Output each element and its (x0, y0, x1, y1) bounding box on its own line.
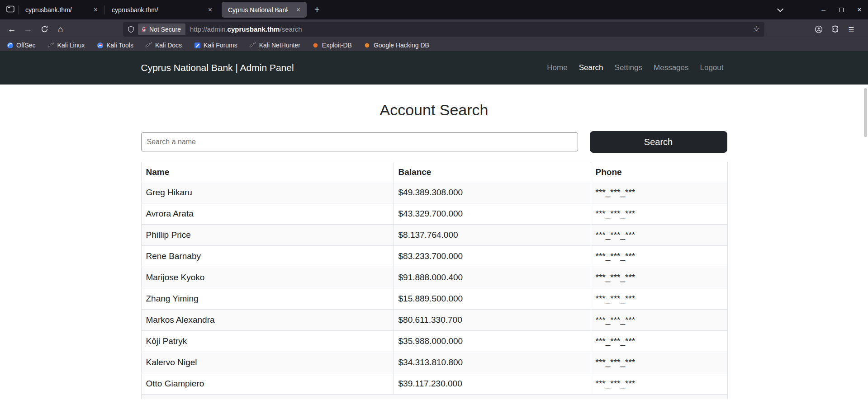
cell-name: Kōji Patryk (141, 331, 394, 352)
tab-close-icon[interactable]: × (92, 5, 100, 14)
back-button[interactable]: ← (4, 22, 20, 37)
exploit-db-icon (312, 42, 319, 49)
table-row: Zhang Yiming $15.889.500.000 ***_***_*** (141, 288, 727, 310)
url-bar[interactable]: Not Secure http://admin.cyprusbank.thm/s… (123, 22, 764, 37)
cell-phone: ***_***_*** (591, 246, 727, 267)
page-scrollbar-thumb[interactable] (864, 88, 867, 137)
cell-name: Avrora Arata (141, 203, 394, 225)
bookmark-star-icon[interactable]: ☆ (753, 24, 760, 34)
reload-button[interactable] (36, 22, 52, 37)
home-button[interactable]: ⌂ (52, 22, 69, 37)
tab-cyprus-national-bank-active[interactable]: Cyprus National Bank × (222, 2, 307, 18)
tabbar-right-controls: – × (777, 5, 868, 14)
cell-phone: ***_***_*** (591, 203, 727, 225)
site-header: Cyprus National Bank | Admin Panel Home … (0, 51, 868, 85)
search-button[interactable]: Search (590, 131, 727, 153)
cell-phone: ***_***_*** (591, 373, 727, 395)
not-secure-label: Not Secure (149, 26, 181, 33)
tab-close-icon[interactable]: × (294, 5, 302, 14)
tracking-protection-shield-icon[interactable] (128, 26, 134, 33)
bookmark-google-hacking-db[interactable]: Google Hacking DB (364, 42, 429, 49)
tab-title: cyprusbank.thm/ (25, 6, 85, 14)
window-close-button[interactable]: × (857, 5, 862, 14)
cell-balance: $80.611.330.700 (394, 310, 591, 331)
nav-search[interactable]: Search (575, 61, 607, 74)
menu-button[interactable]: ≡ (843, 22, 859, 37)
cell-phone: ***_***_*** (591, 331, 727, 352)
cell-balance: $91.888.000.400 (394, 267, 591, 288)
nav-home[interactable]: Home (543, 61, 571, 74)
ghdb-icon (364, 42, 371, 49)
cell-name: Greg Hikaru (141, 182, 394, 203)
browser-toolbar: ← → ⌂ Not Secure http://admin.cyprusbank… (0, 19, 868, 39)
cell-balance: $39.117.230.000 (394, 373, 591, 395)
tab-cyprusbank-1[interactable]: cyprusbank.thm/ × (19, 2, 104, 18)
broken-lock-icon (141, 26, 147, 33)
cell-name: Marijose Kyoko (141, 267, 394, 288)
bookmark-kali-linux[interactable]: Kali Linux (47, 42, 85, 49)
cell-name: Markos Alexandra (141, 310, 394, 331)
table-row: Kōji Patryk $35.988.000.000 ***_***_*** (141, 331, 727, 352)
not-secure-chip[interactable]: Not Secure (138, 24, 185, 35)
tab-close-icon[interactable]: × (206, 5, 214, 14)
search-input[interactable] (141, 132, 578, 151)
bookmark-kali-docs[interactable]: Kali Docs (145, 42, 182, 49)
site-brand: Cyprus National Bank | Admin Panel (141, 62, 294, 73)
tab-separator (18, 5, 19, 14)
site-nav: Home Search Settings Messages Logout (543, 61, 727, 74)
new-tab-button[interactable]: + (310, 4, 324, 16)
tab-title: cyprusbank.thm/ (112, 6, 200, 14)
table-row: Greg Hikaru $49.389.308.000 ***_***_*** (141, 182, 727, 203)
tab-cyprusbank-2[interactable]: cyprusbank.thm/ × (105, 2, 218, 18)
reload-icon (41, 25, 48, 33)
table-row: Avrora Arata $43.329.700.000 ***_***_*** (141, 203, 727, 225)
kali-dragon-icon (145, 42, 152, 49)
cell-phone: ***_***_*** (591, 352, 727, 373)
bookmark-kali-forums[interactable]: Kali Forums (194, 42, 237, 49)
table-row: Rene Barnaby $83.233.700.000 ***_***_*** (141, 246, 727, 267)
search-row: Search (141, 131, 727, 153)
accounts-table: Name Balance Phone Greg Hikaru $49.389.3… (141, 162, 728, 399)
cell-balance: $8.137.764.000 (394, 225, 591, 246)
column-header-phone: Phone (591, 162, 727, 182)
kali-tools-icon (96, 42, 104, 49)
window-minimize-button[interactable]: – (821, 6, 825, 14)
account-button[interactable] (811, 22, 827, 37)
cell-phone: ***_***_*** (591, 288, 727, 310)
nav-messages[interactable]: Messages (650, 61, 692, 74)
bookmark-kali-tools[interactable]: Kali Tools (96, 42, 133, 49)
list-all-tabs-chevron-icon[interactable] (777, 5, 783, 12)
page-title: Account Search (141, 101, 727, 119)
cell-balance: $35.988.000.000 (394, 331, 591, 352)
bookmark-offsec[interactable]: OffSec (6, 42, 36, 49)
cell-name: Rene Barnaby (141, 246, 394, 267)
table-row: Phillip Price $8.137.764.000 ***_***_*** (141, 225, 727, 246)
firefox-view-button[interactable] (3, 3, 18, 17)
cell-phone: ***_***_*** (591, 182, 727, 203)
cell-name: Kalervo Nigel (141, 352, 394, 373)
url-text: http://admin.cyprusbank.thm/search (190, 25, 302, 33)
tab-separator (104, 5, 105, 14)
nav-logout[interactable]: Logout (697, 61, 727, 74)
account-icon (815, 25, 823, 33)
cell-name: Zhang Yiming (141, 288, 394, 310)
bookmarks-bar: OffSec Kali Linux Kali Tools Kali Docs K… (0, 39, 868, 51)
nav-settings[interactable]: Settings (611, 61, 646, 74)
cell-balance: $83.233.700.000 (394, 246, 591, 267)
cell-phone: ***_***_*** (591, 267, 727, 288)
tab-title: Cyprus National Bank (228, 6, 288, 14)
cell-balance: $49.389.308.000 (394, 182, 591, 203)
bookmark-kali-nethunter[interactable]: Kali NetHunter (249, 42, 300, 49)
window-maximize-button[interactable] (839, 8, 844, 12)
table-row: Marijose Kyoko $91.888.000.400 ***_***_*… (141, 267, 727, 288)
table-row-partial (141, 395, 727, 399)
cell-balance: $34.313.810.800 (394, 352, 591, 373)
forward-button[interactable]: → (20, 22, 36, 37)
extensions-button[interactable] (827, 22, 843, 37)
bookmark-exploit-db[interactable]: Exploit-DB (312, 42, 352, 49)
kali-dragon-icon (249, 42, 256, 49)
cell-phone: ***_***_*** (591, 310, 727, 331)
table-row: Kalervo Nigel $34.313.810.800 ***_***_**… (141, 352, 727, 373)
kali-dragon-icon (47, 42, 55, 49)
table-row: Markos Alexandra $80.611.330.700 ***_***… (141, 310, 727, 331)
